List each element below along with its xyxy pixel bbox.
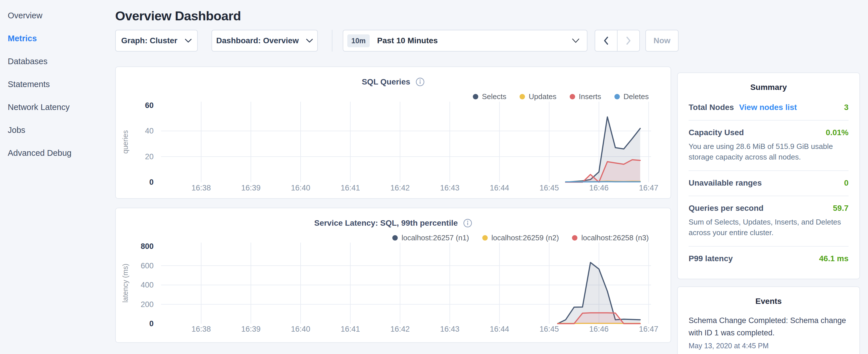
event-text: Schema Change Completed: Schema change w… bbox=[689, 315, 848, 339]
svg-text:16:45: 16:45 bbox=[539, 184, 559, 192]
sidebar-item-statements[interactable]: Statements bbox=[0, 73, 115, 96]
svg-text:16:40: 16:40 bbox=[291, 325, 310, 333]
event-list-item[interactable]: Schema Change Completed: Schema change w… bbox=[689, 315, 848, 350]
svg-text:16:45: 16:45 bbox=[539, 325, 559, 333]
event-timestamp: May 13, 2020 at 4:45 PM bbox=[689, 342, 848, 350]
svg-text:800: 800 bbox=[141, 242, 154, 251]
sidebar-item-jobs[interactable]: Jobs bbox=[0, 119, 115, 141]
chevron-left-icon bbox=[603, 36, 609, 45]
svg-text:16:41: 16:41 bbox=[341, 184, 360, 192]
svg-text:16:42: 16:42 bbox=[390, 325, 410, 333]
events-panel: Events Schema Change Completed: Schema c… bbox=[677, 286, 860, 354]
summary-row-value: 0 bbox=[844, 179, 848, 188]
legend-dot bbox=[473, 94, 478, 99]
info-icon[interactable] bbox=[415, 77, 425, 87]
sql-queries-chart-card: SQL Queries Selects Updates Inserts Dele… bbox=[115, 66, 671, 199]
svg-text:16:47: 16:47 bbox=[639, 325, 658, 333]
sidebar-item-databases[interactable]: Databases bbox=[0, 50, 115, 73]
time-range-dropdown[interactable]: 10m Past 10 Minutes bbox=[343, 30, 587, 52]
summary-row-label: Total Nodes bbox=[689, 103, 734, 112]
now-button[interactable]: Now bbox=[645, 30, 679, 52]
time-prev-button[interactable] bbox=[595, 30, 617, 52]
service-latency-chart-card: Service Latency: SQL, 99th percentile lo… bbox=[115, 207, 671, 343]
chart-title: Service Latency: SQL, 99th percentile bbox=[314, 219, 458, 228]
svg-text:16:39: 16:39 bbox=[241, 184, 261, 192]
graph-dropdown[interactable]: Graph: Cluster bbox=[115, 30, 198, 52]
legend-dot bbox=[392, 235, 398, 240]
svg-text:16:43: 16:43 bbox=[440, 325, 460, 333]
sidebar-item-network-latency[interactable]: Network Latency bbox=[0, 96, 115, 119]
time-range-badge: 10m bbox=[347, 34, 370, 47]
dashboard-dropdown[interactable]: Dashboard: Overview bbox=[212, 30, 318, 52]
sidebar-item-advanced-debug[interactable]: Advanced Debug bbox=[0, 141, 115, 164]
chevron-down-icon bbox=[306, 39, 313, 43]
info-icon[interactable] bbox=[463, 219, 472, 228]
svg-text:queries: queries bbox=[121, 130, 129, 154]
summary-row-value: 0.01% bbox=[826, 128, 848, 137]
svg-text:16:43: 16:43 bbox=[440, 184, 460, 192]
svg-text:60: 60 bbox=[145, 101, 154, 110]
summary-row-value: 46.1 ms bbox=[819, 254, 848, 263]
time-pager bbox=[595, 30, 640, 52]
summary-row-capacity-used: Capacity Used 0.01% You are using 28.6 M… bbox=[689, 121, 848, 171]
summary-row-p99-latency: P99 latency 46.1 ms bbox=[689, 247, 848, 271]
summary-row-queries-per-second: Queries per second 59.7 Sum of Selects, … bbox=[689, 196, 848, 247]
events-title: Events bbox=[689, 297, 848, 306]
chevron-down-icon bbox=[185, 39, 192, 43]
chevron-right-icon bbox=[626, 36, 631, 45]
summary-row-subtext: Sum of Selects, Updates, Inserts, and De… bbox=[689, 217, 848, 238]
graph-dropdown-label: Graph: Cluster bbox=[121, 36, 177, 45]
legend-dot bbox=[520, 94, 525, 99]
summary-row-label: Capacity Used bbox=[689, 128, 744, 137]
svg-text:16:44: 16:44 bbox=[490, 184, 509, 192]
summary-row-label: P99 latency bbox=[689, 254, 733, 263]
sidebar-item-metrics[interactable]: Metrics bbox=[0, 27, 115, 50]
svg-text:400: 400 bbox=[141, 281, 154, 289]
chevron-down-icon bbox=[572, 38, 580, 43]
sidebar-item-overview[interactable]: Overview bbox=[0, 4, 115, 27]
summary-panel: Summary Total Nodes View nodes list 3 Ca… bbox=[677, 72, 860, 279]
main-content: Overview Dashboard Graph: Cluster Dashbo… bbox=[115, 0, 671, 354]
svg-text:40: 40 bbox=[145, 127, 154, 135]
svg-text:16:42: 16:42 bbox=[390, 184, 410, 192]
controls-divider bbox=[332, 30, 333, 52]
svg-text:16:39: 16:39 bbox=[241, 325, 261, 333]
svg-text:latency (ms): latency (ms) bbox=[121, 263, 129, 302]
service-latency-plot[interactable]: 16:3816:3916:4016:4116:4216:4316:4416:45… bbox=[116, 241, 671, 337]
svg-text:0: 0 bbox=[149, 178, 154, 187]
legend-dot bbox=[482, 235, 488, 240]
time-next-button[interactable] bbox=[617, 30, 640, 52]
sql-queries-plot[interactable]: 16:3816:3916:4016:4116:4216:4316:4416:45… bbox=[116, 100, 671, 196]
legend-dot bbox=[570, 94, 575, 99]
page-title: Overview Dashboard bbox=[115, 9, 671, 24]
svg-text:16:47: 16:47 bbox=[639, 184, 658, 192]
dashboard-dropdown-label: Dashboard: Overview bbox=[216, 36, 299, 45]
sidebar: Overview Metrics Databases Statements Ne… bbox=[0, 0, 115, 354]
summary-row-label: Queries per second bbox=[689, 204, 764, 213]
legend-dot bbox=[572, 235, 578, 240]
svg-text:0: 0 bbox=[149, 319, 154, 328]
summary-row-unavailable-ranges: Unavailable ranges 0 bbox=[689, 171, 848, 196]
svg-text:600: 600 bbox=[141, 261, 154, 270]
svg-text:16:38: 16:38 bbox=[191, 184, 211, 192]
svg-text:16:40: 16:40 bbox=[291, 184, 310, 192]
summary-row-subtext: You are using 28.6 MiB of 515.9 GiB usab… bbox=[689, 141, 848, 162]
svg-text:20: 20 bbox=[145, 152, 154, 161]
svg-text:16:46: 16:46 bbox=[589, 184, 609, 192]
view-nodes-list-link[interactable]: View nodes list bbox=[739, 103, 797, 112]
right-column: Summary Total Nodes View nodes list 3 Ca… bbox=[671, 0, 868, 354]
summary-row-value: 3 bbox=[844, 103, 848, 112]
svg-text:200: 200 bbox=[141, 300, 154, 309]
svg-text:16:46: 16:46 bbox=[589, 325, 609, 333]
time-range-label: Past 10 Minutes bbox=[377, 36, 438, 45]
controls-bar: Graph: Cluster Dashboard: Overview 10m P… bbox=[115, 30, 671, 52]
summary-title: Summary bbox=[689, 83, 848, 92]
legend-dot bbox=[614, 94, 620, 99]
chart-title: SQL Queries bbox=[362, 77, 410, 87]
summary-row-total-nodes: Total Nodes View nodes list 3 bbox=[689, 95, 848, 121]
svg-text:16:44: 16:44 bbox=[490, 325, 509, 333]
svg-text:16:41: 16:41 bbox=[341, 325, 360, 333]
summary-row-label: Unavailable ranges bbox=[689, 179, 762, 188]
page: Overview Metrics Databases Statements Ne… bbox=[0, 0, 868, 354]
svg-text:16:38: 16:38 bbox=[191, 325, 211, 333]
